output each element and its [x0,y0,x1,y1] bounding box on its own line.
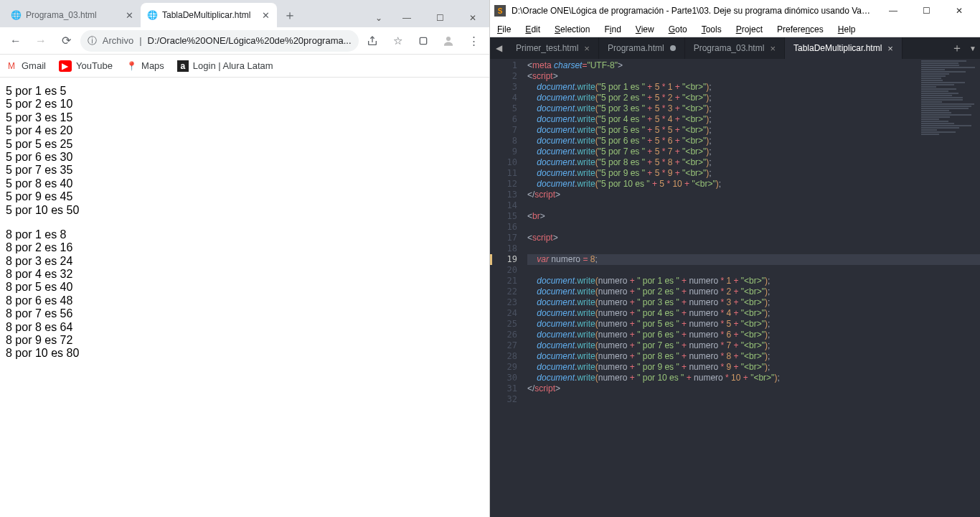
line-number: 25 [490,319,527,330]
line-number: 11 [490,168,527,179]
content-line: 8 por 10 es 80 [6,347,484,360]
bookmark-gmail[interactable]: M Gmail [6,60,46,72]
code-line: document.write(numero + " por 5 es " + n… [527,319,980,330]
info-icon: ⓘ [88,34,97,47]
line-number: 6 [490,114,527,125]
sublime-window: S D:\Oracle ONE\Lógica de programación -… [490,0,980,517]
menu-goto[interactable]: Goto [666,23,690,36]
forward-button[interactable]: → [29,29,52,52]
line-number: 10 [490,157,527,168]
close-icon[interactable]: ✕ [260,9,271,21]
chrome-window-controls: ⌄ ― ☐ ✕ [367,7,489,27]
content-line: 5 por 7 es 35 [6,164,484,177]
tab-title: TablaDeMultiplicar.html [793,43,882,53]
browser-tab-1[interactable]: 🌐 TablaDeMultiplicar.html ✕ [141,3,277,27]
code-area[interactable]: <meta charset="UTF-8"><script> document.… [527,59,980,517]
code-line: document.write("5 por 7 es " + 5 * 7 + "… [527,146,980,157]
code-line: document.write("5 por 1 es " + 5 * 1 + "… [527,82,980,93]
code-line: document.write(numero + " por 9 es " + n… [527,362,980,373]
chevron-down-icon[interactable]: ⌄ [367,9,390,27]
content-line: 5 por 8 es 40 [6,177,484,190]
code-line: document.write("5 por 9 es " + 5 * 9 + "… [527,168,980,179]
content-line: 5 por 3 es 15 [6,111,484,124]
menu-find[interactable]: Find [601,23,623,36]
bookmark-youtube[interactable]: ▶ YouTube [59,60,113,72]
sublime-window-controls: ― ☐ ✕ [877,0,976,22]
menu-file[interactable]: File [494,23,514,36]
code-line: document.write(numero + " por 4 es " + n… [527,308,980,319]
bookmark-maps[interactable]: 📍 Maps [126,60,164,72]
menu-icon[interactable]: ⋮ [463,29,485,52]
menu-selection[interactable]: Selection [552,23,593,36]
line-number: 19 [490,254,527,265]
code-line: <script> [527,71,980,82]
code-line [527,243,980,254]
omnibox-url: D:/Oracle%20ONE/Lógica%20de%20programa..… [148,35,352,46]
content-line: 8 por 4 es 32 [6,268,484,281]
menu-help[interactable]: Help [835,23,859,36]
star-icon[interactable]: ☆ [387,29,409,52]
maps-icon: 📍 [126,60,137,72]
menu-project[interactable]: Project [733,23,765,36]
code-line: document.write(numero + " por 2 es " + n… [527,287,980,297]
tab-title: Primer_test.html [516,43,578,53]
line-number: 9 [490,146,527,157]
tab-dropdown-icon[interactable]: ▼ [966,37,980,59]
minimize-button[interactable]: ― [877,0,910,22]
close-button[interactable]: ✕ [943,0,976,22]
content-line: 5 por 4 es 20 [6,124,484,137]
tab-scroll-left[interactable]: ◀ [490,37,507,59]
browser-tab-0[interactable]: 🌐 Programa_03.html ✕ [4,3,141,27]
window-title: D:\Oracle ONE\Lógica de programación - P… [512,6,871,16]
menu-tools[interactable]: Tools [699,23,725,36]
reload-button[interactable]: ⟳ [55,29,77,52]
line-number: 22 [490,287,527,297]
bookmark-label: Login | Alura Latam [193,60,273,71]
line-number: 23 [490,297,527,308]
editor-tab-3[interactable]: TablaDeMultiplicar.html× [785,37,903,59]
code-line: document.write("5 por 6 es " + 5 * 6 + "… [527,136,980,146]
close-icon[interactable]: × [770,43,776,54]
content-line: 5 por 9 es 45 [6,190,484,203]
code-line [527,265,980,276]
youtube-icon: ▶ [59,60,72,72]
menu-view[interactable]: View [633,23,657,36]
line-number: 8 [490,136,527,146]
editor-tab-2[interactable]: Programa_03.html× [685,37,785,59]
minimize-button[interactable]: ― [390,9,423,27]
alura-icon: a [177,60,189,72]
new-tab-button[interactable]: ＋ [948,37,966,59]
code-line [527,200,980,211]
close-button[interactable]: ✕ [456,9,489,27]
menu-preferences[interactable]: Preferences [774,23,826,36]
code-line: document.write(numero + " por 7 es " + n… [527,340,980,351]
maximize-button[interactable]: ☐ [910,0,943,22]
content-line: 8 por 1 es 8 [6,228,484,241]
menu-edit[interactable]: Edit [522,23,543,36]
share-icon[interactable] [362,29,384,52]
line-number: 5 [490,103,527,114]
close-icon[interactable]: × [887,43,893,54]
line-number: 24 [490,308,527,319]
code-line: </script> [527,383,980,394]
close-icon[interactable]: × [584,43,590,54]
address-bar[interactable]: ⓘ Archivo | D:/Oracle%20ONE/Lógica%20de%… [80,30,359,52]
globe-icon: 🌐 [146,9,158,21]
extensions-icon[interactable] [412,29,434,52]
sublime-logo-icon: S [494,5,506,17]
editor-tab-0[interactable]: Primer_test.html× [507,37,599,59]
profile-icon[interactable] [437,29,459,52]
code-line: document.write(numero + " por 1 es " + n… [527,276,980,287]
back-button[interactable]: ← [4,29,27,52]
svg-rect-0 [420,37,426,44]
sublime-menubar: File Edit Selection Find View Goto Tools… [490,22,980,37]
code-line: document.write(numero + " por 8 es " + n… [527,351,980,362]
bookmark-alura[interactable]: a Login | Alura Latam [177,60,273,72]
globe-icon: 🌐 [10,9,22,21]
line-number: 29 [490,362,527,373]
new-tab-button[interactable]: ＋ [280,5,300,25]
editor-tab-1[interactable]: Programa.html [599,37,685,59]
line-number: 13 [490,190,527,200]
close-icon[interactable]: ✕ [123,9,135,21]
maximize-button[interactable]: ☐ [423,9,456,27]
